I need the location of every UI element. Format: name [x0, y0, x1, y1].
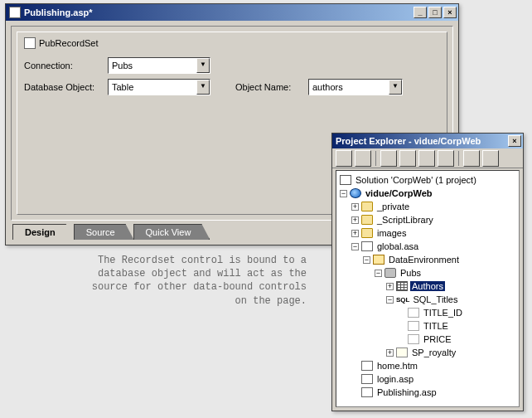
tree-field-price[interactable]: PRICE: [338, 333, 517, 346]
sql-icon: SQL: [396, 296, 409, 304]
folder-icon: [361, 202, 373, 211]
tree-command-sql-titles[interactable]: − SQL SQL_Titles: [338, 293, 517, 306]
toolbar-btn-2[interactable]: [355, 150, 371, 167]
minimize-button[interactable]: _: [414, 7, 427, 18]
expander-plus-icon[interactable]: +: [351, 230, 359, 237]
expander-plus-icon[interactable]: +: [351, 203, 359, 211]
tree-node-label: PRICE: [422, 334, 453, 344]
tab-design[interactable]: Design: [12, 224, 75, 240]
tree-field-title-id[interactable]: TITLE_ID: [338, 306, 517, 319]
tree-node-label: Pubs: [399, 268, 423, 278]
file-icon: [361, 374, 373, 384]
tree-file-global-asa[interactable]: − global.asa: [338, 240, 517, 253]
database-icon: [384, 268, 396, 278]
toolbar-separator: [458, 151, 459, 166]
tree-file-home[interactable]: home.htm: [338, 359, 517, 372]
tree-node-label: login.asp: [375, 374, 415, 384]
tree-node-label: Authors: [410, 281, 445, 291]
tree-node-label: vidue/CorpWeb: [364, 188, 433, 198]
chevron-down-icon[interactable]: ▼: [389, 80, 402, 95]
tree-connection-pubs[interactable]: − Pubs: [338, 266, 517, 279]
project-explorer-title: Project Explorer - vidue/CorpWeb: [336, 136, 508, 146]
recordset-icon: [24, 37, 36, 49]
tree-solution[interactable]: Solution 'CorpWeb' (1 project): [338, 173, 517, 187]
expander-minus-icon[interactable]: −: [363, 256, 370, 264]
tree-file-login[interactable]: login.asp: [338, 372, 517, 386]
expander-minus-icon[interactable]: −: [386, 296, 394, 304]
toolbar-btn-7[interactable]: [463, 150, 480, 167]
file-icon: [361, 241, 373, 251]
table-icon: [396, 281, 408, 291]
combo-object-name[interactable]: authors ▼: [308, 79, 403, 95]
toolbar-btn-3[interactable]: [380, 150, 397, 167]
editor-titlebar: Publishing.asp* _ □ ×: [6, 4, 458, 21]
tree-node-label: home.htm: [375, 361, 419, 371]
tree-node-label: images: [375, 228, 408, 238]
project-explorer-close-button[interactable]: ×: [508, 135, 521, 147]
field-icon: [408, 334, 419, 344]
project-explorer-titlebar: Project Explorer - vidue/CorpWeb ×: [332, 134, 523, 148]
combo-database-object[interactable]: Table ▼: [108, 79, 210, 95]
tree-node-label: _ScriptLibrary: [375, 215, 435, 225]
stored-proc-icon: [396, 348, 408, 357]
project-explorer-window: Project Explorer - vidue/CorpWeb × Solut…: [331, 133, 524, 411]
file-icon: [361, 361, 373, 371]
maximize-button[interactable]: □: [428, 7, 442, 18]
tree-sp-royalty[interactable]: + SP_royalty: [338, 346, 517, 359]
row-dbobject: Database Object: Table ▼ Object Name: au…: [24, 79, 440, 95]
label-object-name: Object Name:: [235, 82, 303, 92]
dataenv-icon: [373, 255, 384, 265]
expander-plus-icon[interactable]: +: [351, 216, 359, 224]
figure-caption: The Recordset control is bound to a data…: [91, 254, 307, 308]
toolbar-btn-5[interactable]: [418, 150, 435, 167]
file-icon: [361, 387, 373, 397]
tree-node-label: TITLE_ID: [422, 308, 464, 318]
close-button[interactable]: ×: [443, 7, 457, 18]
row-connection: Connection: Pubs ▼: [24, 57, 440, 74]
tab-source[interactable]: Source: [74, 224, 134, 240]
label-connection: Connection:: [24, 61, 103, 70]
folder-icon: [361, 215, 373, 225]
tree-project[interactable]: − vidue/CorpWeb: [338, 187, 517, 200]
expander-plus-icon[interactable]: +: [386, 283, 394, 290]
toolbar-btn-1[interactable]: [336, 150, 352, 167]
tree-node-label: TITLE: [422, 321, 450, 331]
tree-node-label: DataEnvironment: [387, 255, 461, 265]
toolbar-btn-6[interactable]: [438, 150, 454, 167]
tree-node-label: SQL_Titles: [411, 294, 459, 304]
tree-node-label: Publishing.asp: [375, 387, 438, 397]
editor-title: Publishing.asp*: [24, 7, 414, 17]
expander-plus-icon[interactable]: +: [386, 349, 394, 357]
tree-folder-images[interactable]: + images: [338, 226, 517, 240]
tree-node-label: _private: [375, 202, 411, 211]
toolbar-btn-8[interactable]: [482, 150, 499, 167]
combo-connection-value: Pubs: [112, 61, 196, 70]
chevron-down-icon[interactable]: ▼: [196, 80, 210, 95]
tree-folder-scriptlibrary[interactable]: + _ScriptLibrary: [338, 213, 517, 226]
solution-icon: [340, 175, 351, 185]
tree-node-label: SP_royalty: [410, 348, 457, 357]
tree-dataenvironment[interactable]: − DataEnvironment: [338, 253, 517, 266]
editor-tabs: Design Source Quick View: [12, 224, 209, 240]
tree-folder-private[interactable]: + _private: [338, 200, 517, 213]
editor-title-icon: [9, 7, 21, 18]
expander-minus-icon[interactable]: −: [340, 190, 347, 197]
tree-table-authors[interactable]: + Authors: [338, 279, 517, 293]
toolbar-separator: [375, 151, 376, 166]
tree-file-publishing[interactable]: Publishing.asp: [338, 386, 517, 399]
combo-object-name-value: authors: [312, 82, 389, 92]
window-buttons: _ □ ×: [414, 7, 457, 18]
expander-minus-icon[interactable]: −: [351, 243, 359, 250]
combo-database-object-value: Table: [112, 82, 196, 92]
chevron-down-icon[interactable]: ▼: [196, 58, 210, 73]
tab-quick-view[interactable]: Quick View: [133, 224, 210, 240]
tree-field-title[interactable]: TITLE: [338, 319, 517, 333]
expander-minus-icon[interactable]: −: [375, 270, 382, 277]
toolbar-btn-4[interactable]: [399, 150, 416, 167]
project-tree[interactable]: Solution 'CorpWeb' (1 project) − vidue/C…: [336, 170, 520, 407]
project-icon: [350, 188, 361, 198]
project-explorer-toolbar: [332, 148, 523, 168]
folder-icon: [361, 228, 373, 238]
combo-connection[interactable]: Pubs ▼: [108, 57, 210, 74]
panel-title-row: PubRecordSet: [24, 37, 440, 49]
